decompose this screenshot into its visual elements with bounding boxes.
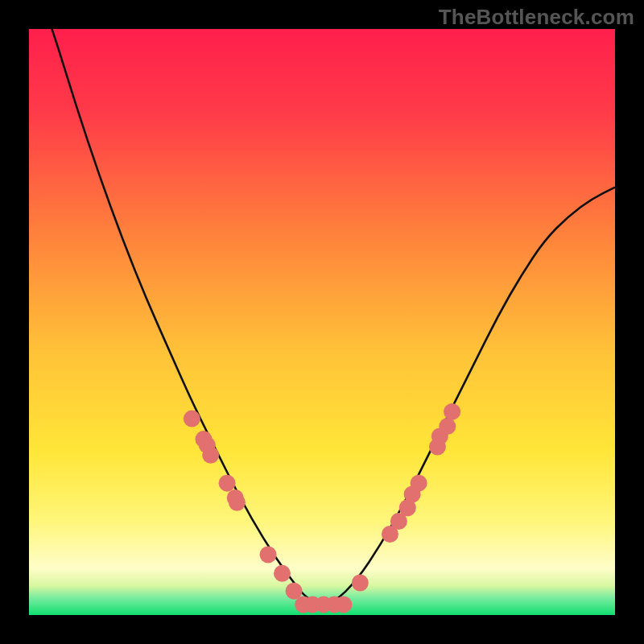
data-dot	[229, 494, 246, 511]
data-dot	[219, 475, 236, 492]
data-dot	[274, 565, 291, 582]
data-dot	[260, 547, 277, 564]
data-dot	[444, 403, 460, 420]
watermark-text: TheBottleneck.com	[439, 5, 634, 30]
data-dot	[352, 574, 369, 591]
data-dot	[411, 475, 427, 492]
curve-dots	[184, 403, 460, 613]
data-dot	[184, 411, 200, 427]
curve-line	[29, 29, 615, 603]
data-dot	[202, 447, 219, 464]
data-dot	[439, 418, 456, 435]
chart-frame: TheBottleneck.com	[0, 0, 644, 644]
data-dot	[335, 596, 352, 613]
chart-plot	[29, 29, 615, 615]
